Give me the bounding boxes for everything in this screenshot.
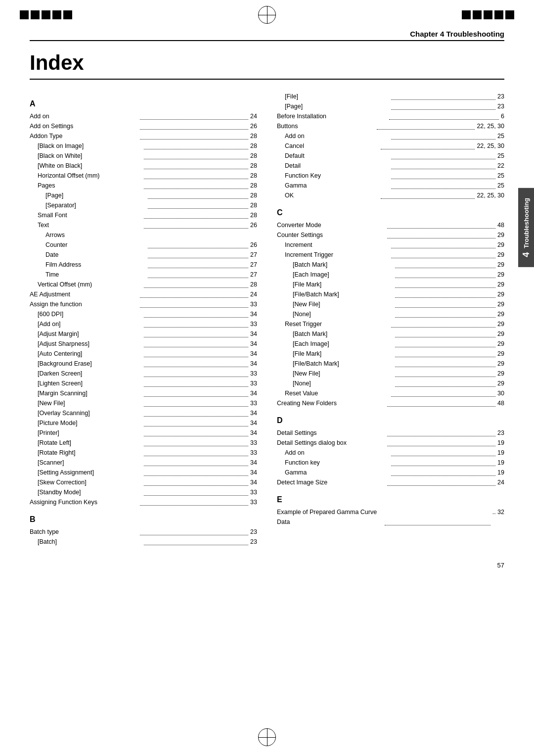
- entry-dots: [381, 141, 475, 149]
- entry-page: 33: [250, 319, 257, 329]
- entry-page: 28: [250, 151, 257, 161]
- entry-dots: [144, 141, 248, 149]
- entry-label: [Auto Centering]: [38, 349, 142, 359]
- entry-label: Buttons: [277, 121, 375, 131]
- entry-dots: [391, 448, 495, 456]
- list-item: Add on19: [277, 448, 504, 458]
- entry-page: 23: [250, 537, 257, 547]
- entry-page: 28: [250, 161, 257, 171]
- entry-label: [Each Image]: [293, 270, 393, 280]
- entry-label: Detail Settings dialog box: [277, 438, 385, 448]
- entry-page: 29: [497, 359, 504, 369]
- entry-label: Detect Image Size: [277, 477, 385, 487]
- list-item: Film Address27: [30, 260, 257, 270]
- entry-dots: [140, 111, 248, 120]
- list-item: Date27: [30, 250, 257, 260]
- entry-page: 25: [497, 181, 504, 190]
- entry-dots: [144, 438, 248, 446]
- list-item: Pages28: [30, 181, 257, 190]
- entry-page: 30: [497, 388, 504, 398]
- entry-dots: [144, 220, 248, 229]
- list-item: Add on Settings26: [30, 121, 257, 131]
- entry-dots: [151, 230, 255, 238]
- list-item: [New File]33: [30, 398, 257, 408]
- entry-label: [Add on]: [38, 319, 142, 329]
- entry-dots: [395, 270, 495, 278]
- entry-page: 26: [250, 121, 257, 131]
- entry-dots: [144, 428, 248, 436]
- entry-page: 23: [250, 527, 257, 537]
- entry-page: .. 32: [492, 507, 504, 527]
- entry-label: [Darken Screen]: [38, 369, 142, 378]
- list-item: Add on24: [30, 111, 257, 121]
- entry-dots: [395, 369, 495, 377]
- entry-dots: [391, 151, 495, 159]
- list-item: Detail Settings dialog box19: [277, 438, 504, 448]
- entry-dots: [144, 369, 248, 377]
- entry-label: Creating New Folders: [277, 398, 385, 408]
- entry-dots: [144, 487, 248, 496]
- entry-label: Reset Value: [285, 388, 389, 398]
- list-item: Cancel22, 25, 30: [277, 141, 504, 151]
- entry-page: 33: [250, 497, 257, 507]
- list-item: [White on Black]28: [30, 161, 257, 171]
- entry-page: 34: [250, 468, 257, 477]
- entry-page: 34: [250, 349, 257, 359]
- list-item: Function key19: [277, 458, 504, 468]
- entry-page: 33: [250, 369, 257, 378]
- entry-label: [Scanner]: [38, 458, 142, 468]
- side-tab-label: Troubleshooting: [523, 198, 530, 248]
- side-tab: 4 Troubleshooting: [518, 188, 534, 267]
- entry-dots: [144, 468, 248, 476]
- index-columns: AAdd on24Add on Settings26Addon Type28[B…: [30, 92, 504, 547]
- entry-page: 34: [250, 329, 257, 339]
- right-column: [File]23[Page]23Before Installation6Butt…: [277, 92, 504, 547]
- entry-label: Default: [285, 151, 389, 161]
- list-item: [Batch Mark]29: [277, 260, 504, 270]
- list-item: [Skew Correction]34: [30, 477, 257, 487]
- entry-dots: [140, 131, 248, 140]
- entry-page: 19: [497, 458, 504, 468]
- list-item: Batch type23: [30, 527, 257, 537]
- entry-label: OK: [285, 190, 379, 200]
- list-item: [Printer]34: [30, 428, 257, 438]
- list-item: Arrows: [30, 230, 257, 240]
- entry-page: 34: [250, 388, 257, 398]
- entry-label: [600 DPI]: [38, 309, 142, 319]
- entry-label: [Skew Correction]: [38, 477, 142, 487]
- list-item: [None]29: [277, 378, 504, 388]
- list-item: [Adjust Sharpness]34: [30, 339, 257, 349]
- entry-page: 23: [497, 428, 504, 438]
- entry-page: 29: [497, 319, 504, 329]
- list-item: [Rotate Left]33: [30, 438, 257, 448]
- entry-page: 34: [250, 359, 257, 369]
- list-item: [Add on]33: [30, 319, 257, 329]
- entry-dots: [144, 477, 248, 486]
- entry-dots: [391, 181, 495, 189]
- entry-label: [Batch Mark]: [293, 260, 393, 270]
- entry-page: 33: [250, 487, 257, 497]
- list-item: Reset Value30: [277, 388, 504, 398]
- entry-page: 25: [497, 171, 504, 181]
- entry-dots: [140, 527, 248, 535]
- entry-page: 19: [497, 468, 504, 477]
- list-item: [Separator]28: [30, 200, 257, 210]
- entry-label: [Each Image]: [293, 339, 393, 349]
- entry-page: 34: [250, 477, 257, 487]
- chapter-title: Chapter 4 Troubleshooting: [410, 30, 504, 38]
- entry-label: Add on Settings: [30, 121, 138, 131]
- list-item: [File/Batch Mark]29: [277, 289, 504, 299]
- entry-page: 34: [250, 458, 257, 468]
- list-item: [Adjust Margin]34: [30, 329, 257, 339]
- entry-label: [Rotate Left]: [38, 438, 142, 448]
- list-item: Example of Prepared Gamma Curve Data.. 3…: [277, 507, 504, 527]
- entry-dots: [144, 359, 248, 367]
- list-item: Addon Type28: [30, 131, 257, 141]
- entry-label: Horizontal Offset (mm): [38, 171, 142, 181]
- list-item: [File Mark]29: [277, 280, 504, 289]
- entry-page: 25: [497, 151, 504, 161]
- entry-dots: [144, 161, 248, 169]
- entry-label: [New File]: [293, 369, 393, 378]
- entry-page: 28: [250, 210, 257, 220]
- list-item: [Margin Scanning]34: [30, 388, 257, 398]
